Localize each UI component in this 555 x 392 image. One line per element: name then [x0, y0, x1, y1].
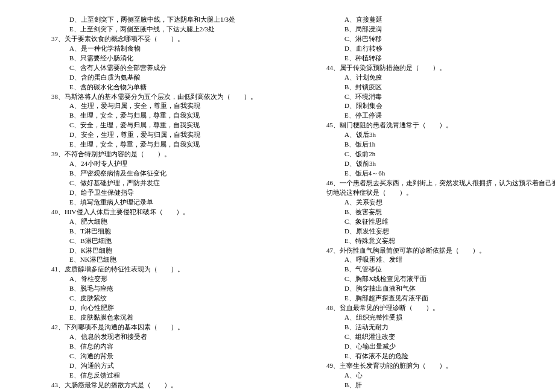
question-39-stem: 39、不符合特别护理内容的是（ ）。 [36, 150, 257, 159]
question-49-stem: 49、主宰生长发育功能的脏腑为（ ）。 [311, 361, 555, 371]
option: D、安全，生理，尊重，爱与归属，自我实现 [36, 130, 257, 140]
right-column: A、直接蔓延 B、局部浸润 C、淋巴转移 D、血行转移 E、种植转移 44、属于… [311, 15, 555, 390]
option: A、生理，爱与归属，安全，尊重，自我实现 [36, 101, 257, 111]
option: B、活动无耐力 [311, 323, 555, 332]
option: D、原发性妄想 [311, 227, 555, 236]
option: E、饭后4～6h [311, 169, 555, 179]
option: C、安全，生理，爱与归属，尊重，自我实现 [36, 121, 257, 130]
question-48-stem: 48、贫血最常见的护理诊断（ ）。 [311, 303, 555, 313]
option: C、皮肤紫纹 [36, 294, 257, 303]
option: B、信息的内容 [36, 342, 257, 352]
option: B、肝 [311, 381, 555, 390]
option: A、组织完整性受损 [311, 313, 555, 323]
question-40-stem: 40、HIV侵入人体后主要侵犯和破坏（ ）。 [36, 207, 257, 217]
left-column: D、上至剑突下，两侧至腋中线，下达阴阜和大腿上1/3处 E、上至剑突下，两侧至腋… [36, 15, 257, 390]
option: B、生理，安全，爱与归属，尊重，自我实现 [36, 111, 257, 121]
question-45-stem: 45、幽门梗阻的患者洗胃通常于（ ）。 [311, 121, 555, 130]
question-41-stem: 41、皮质醇增多症的特征性表现为（ ）。 [36, 265, 257, 274]
option: C、B淋巴细胞 [36, 236, 257, 246]
option: D、向心性肥胖 [36, 303, 257, 313]
option: D、胸穿抽出血液和气体 [311, 284, 555, 294]
option: C、胸部X线检查见有液平面 [311, 274, 555, 284]
option: D、含的蛋白质为氨基酸 [36, 73, 257, 83]
option: B、只需要经小肠消化 [36, 54, 257, 63]
option: E、特殊意义妄想 [311, 236, 555, 246]
option: A、直接蔓延 [311, 15, 555, 25]
option: C、做好基础护理，严防并发症 [36, 179, 257, 188]
option: A、脊柱变形 [36, 274, 257, 284]
option: A、呼吸困难、发绀 [311, 255, 555, 265]
question-38-stem: 38、马斯洛将人的基本需要分为五个层次，由低到高依次为（ ）。 [36, 92, 257, 102]
option: D、限制集会 [311, 101, 555, 111]
option: C、沟通的背景 [36, 352, 257, 361]
option: B、脱毛与痤疮 [36, 284, 257, 294]
option: B、T淋巴细胞 [36, 227, 257, 236]
option: B、气管移位 [311, 265, 555, 274]
option: B、饭后1h [311, 140, 555, 150]
question-43-stem: 43、大肠癌最常见的播散方式是（ ）。 [36, 381, 257, 390]
option: E、胸部超声探查见有液平面 [311, 294, 555, 303]
option: E、皮肤黏膜色素沉着 [36, 313, 257, 323]
option: E、信息反馈过程 [36, 371, 257, 381]
question-46-stem-line2: 切地说这种症状是（ ）。 [311, 188, 555, 198]
option: A、信息的发现者和接受者 [36, 332, 257, 342]
content-columns: D、上至剑突下，两侧至腋中线，下达阴阜和大腿上1/3处 E、上至剑突下，两侧至腋… [36, 15, 519, 390]
option: A、关系妄想 [311, 198, 555, 207]
question-46-stem-line1: 46、一个患者想去买东西，走到街上，突然发现人很拥挤，认为这预示着自己要大难临头… [311, 179, 555, 188]
option: A、24小时专人护理 [36, 159, 257, 169]
option: C、组织灌注改变 [311, 332, 555, 342]
option: D、心输出量减少 [311, 342, 555, 352]
option: E、种植转移 [311, 54, 555, 63]
option: B、封锁疫区 [311, 83, 555, 92]
option: A、是一种化学精制食物 [36, 44, 257, 54]
option: B、局部浸润 [311, 25, 555, 34]
option: B、严密观察病情及生命体征变化 [36, 169, 257, 179]
option: D、沟通的方式 [36, 361, 257, 371]
option: D、K淋巴细胞 [36, 246, 257, 256]
option: A、心 [311, 371, 555, 381]
option: D、上至剑突下，两侧至腋中线，下达阴阜和大腿上1/3处 [36, 15, 257, 25]
option: E、生理，安全，尊重，爱与归属，自我实现 [36, 140, 257, 150]
option: E、填写危重病人护理记录单 [36, 198, 257, 207]
option: C、饭前2h [311, 150, 555, 159]
option: C、象征性思维 [311, 217, 555, 227]
option: A、计划免疫 [311, 73, 555, 83]
option: B、被害妄想 [311, 207, 555, 217]
option: C、环境消毒 [311, 92, 555, 102]
question-42-stem: 42、下列哪项不是沟通的基本因素（ ）。 [36, 323, 257, 332]
option: D、饭前3h [311, 159, 555, 169]
question-44-stem: 44、属于传染源预防措施的是（ ）。 [311, 63, 555, 73]
option: E、有体液不足的危险 [311, 352, 555, 361]
option: A、饭后3h [311, 130, 555, 140]
option: E、NK淋巴细胞 [36, 255, 257, 265]
question-47-stem: 47、外伤性血气胸最简便可靠的诊断依据是（ ）。 [311, 246, 555, 256]
question-37-stem: 37、关于要素饮食的概念哪项不妥（ ）。 [36, 34, 257, 44]
option: D、血行转移 [311, 44, 555, 54]
option: E、停工停课 [311, 111, 555, 121]
option: C、淋巴转移 [311, 34, 555, 44]
option: C、含有人体需要的全部营养成分 [36, 63, 257, 73]
option: D、给予卫生保健指导 [36, 188, 257, 198]
option: E、含的碳水化合物为单糖 [36, 83, 257, 92]
option: A、肥大细胞 [36, 217, 257, 227]
option: E、上至剑突下，两侧至腋中线，下达大腿上2/3处 [36, 25, 257, 34]
